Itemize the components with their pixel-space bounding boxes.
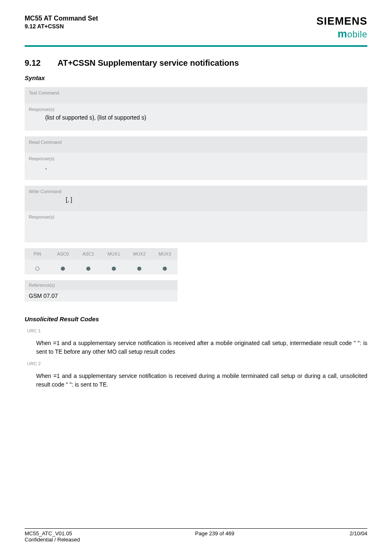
- subbrand-logo: mobile: [316, 28, 367, 40]
- test-response-text: (list of supported s), (list of supporte…: [29, 114, 363, 121]
- read-response-text: ,: [29, 164, 363, 170]
- matrix-col-asc0: ASC0: [50, 248, 76, 260]
- page-header: MC55 AT Command Set 9.12 AT+CSSN SIEMENS…: [25, 15, 367, 44]
- section-number: 9.12: [25, 58, 58, 68]
- circle-filled-icon: [86, 267, 90, 271]
- write-command-body: Response(s): [25, 211, 367, 242]
- subbrand-m: m: [337, 28, 347, 40]
- header-rule: [25, 45, 367, 47]
- reference-block: Reference(s) GSM 07.07: [25, 280, 178, 302]
- circle-filled-icon: [163, 267, 167, 271]
- matrix-col-mux2: MUX2: [127, 248, 152, 260]
- read-response-label: Response(s): [29, 156, 363, 161]
- matrix-val-asc0: [50, 263, 76, 274]
- circle-filled-icon: [61, 267, 65, 271]
- footer-page: Page 239 of 469: [195, 530, 234, 543]
- matrix-col-pin: PIN: [25, 248, 50, 260]
- write-command-header-label: Write Command: [29, 189, 61, 194]
- circle-filled-icon: [112, 267, 116, 271]
- urc2-text: When =1 and a supplementary service noti…: [36, 372, 367, 389]
- test-command-body: Response(s) (list of supported s), (list…: [25, 104, 367, 131]
- circle-empty-icon: [35, 267, 39, 271]
- matrix-col-mux3: MUX3: [152, 248, 178, 260]
- matrix-val-mux3: [152, 263, 178, 274]
- header-left: MC55 AT Command Set 9.12 AT+CSSN: [25, 15, 98, 30]
- write-command-header: Write Command [, ]: [25, 186, 367, 211]
- brand-logo: SIEMENS: [316, 15, 367, 28]
- footer-left: MC55_ATC_V01.05 Confidential / Released: [25, 530, 80, 543]
- footer-classification: Confidential / Released: [25, 537, 80, 543]
- section-title: AT+CSSN Supplementary service notificati…: [58, 58, 239, 67]
- section-heading: 9.12AT+CSSN Supplementary service notifi…: [25, 58, 367, 68]
- matrix-col-mux1: MUX1: [101, 248, 127, 260]
- test-command-block: Test Command Response(s) (list of suppor…: [25, 87, 367, 131]
- circle-filled-icon: [137, 267, 141, 271]
- reference-value: GSM 07.07: [25, 290, 178, 302]
- page-footer: MC55_ATC_V01.05 Confidential / Released …: [25, 528, 367, 543]
- matrix-val-asc1: [76, 263, 101, 274]
- write-command-header-extra: [, ]: [29, 194, 363, 203]
- urc1-text: When =1 and a supplementary service noti…: [36, 339, 367, 356]
- reference-label: Reference(s): [25, 280, 178, 290]
- urc2-label: URC 2: [27, 361, 367, 366]
- footer-date: 2/10/04: [350, 530, 367, 543]
- syntax-label: Syntax: [25, 74, 367, 81]
- matrix-val-pin: [25, 263, 50, 274]
- test-response-label: Response(s): [29, 107, 363, 112]
- footer-version: MC55_ATC_V01.05: [25, 530, 80, 537]
- test-command-header: Test Command: [25, 87, 367, 104]
- read-command-block: Read Command Response(s) ,: [25, 136, 367, 180]
- read-command-header: Read Command: [25, 136, 367, 153]
- matrix-val-mux2: [127, 263, 152, 274]
- matrix-val-mux1: [101, 263, 127, 274]
- subbrand-rest: obile: [347, 29, 367, 39]
- product-title: MC55 AT Command Set: [25, 15, 98, 22]
- support-matrix: PIN ASC0 ASC1 MUX1 MUX2 MUX3: [25, 248, 178, 274]
- urc1-label: URC 1: [27, 328, 367, 333]
- write-command-block: Write Command [, ] Response(s): [25, 186, 367, 242]
- read-command-body: Response(s) ,: [25, 153, 367, 180]
- matrix-col-asc1: ASC1: [76, 248, 101, 260]
- matrix-value-row: [25, 263, 178, 274]
- header-right: SIEMENS mobile: [316, 15, 367, 40]
- urc-heading: Unsolicited Result Codes: [25, 315, 367, 322]
- section-ref: 9.12 AT+CSSN: [25, 23, 98, 30]
- matrix-header-row: PIN ASC0 ASC1 MUX1 MUX2 MUX3: [25, 248, 178, 263]
- write-response-label: Response(s): [29, 214, 363, 219]
